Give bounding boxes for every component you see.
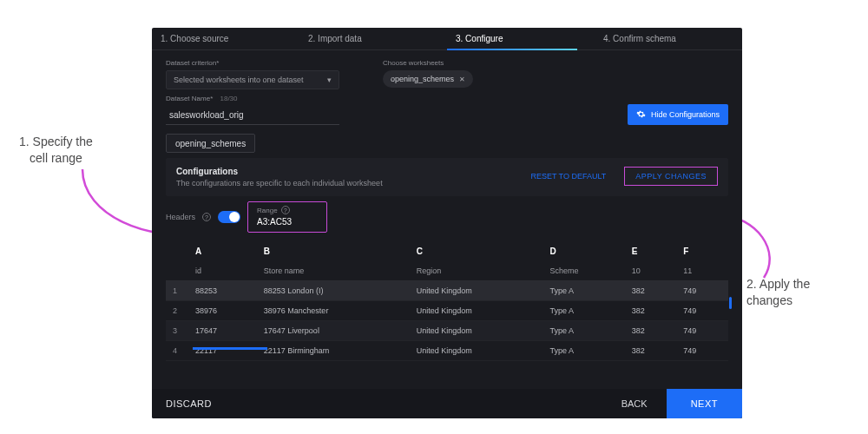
gear-icon xyxy=(636,109,646,121)
range-label: Range xyxy=(257,207,278,214)
selection-highlight xyxy=(193,347,267,350)
back-button[interactable]: BACK xyxy=(602,398,667,409)
step-import-data[interactable]: 2. Import data xyxy=(299,28,447,49)
scrollbar-thumb[interactable] xyxy=(729,297,732,309)
reset-to-default-button[interactable]: RESET TO DEFAULT xyxy=(521,167,615,186)
step-confirm-schema[interactable]: 4. Confirm schema xyxy=(595,28,742,49)
config-title: Configurations xyxy=(176,167,383,176)
step-configure[interactable]: 3. Configure xyxy=(447,28,595,49)
discard-button[interactable]: DISCARD xyxy=(166,398,212,409)
name-char-count: 18/30 xyxy=(220,95,237,102)
name-label: Dataset Name* 18/30 xyxy=(166,95,339,102)
wizard-footer: DISCARD BACK NEXT xyxy=(152,389,742,418)
headers-label: Headers xyxy=(166,213,195,221)
column-letter-row: ABC DEF xyxy=(166,241,728,261)
dataset-name-field: Dataset Name* 18/30 xyxy=(166,95,339,125)
step-choose-source[interactable]: 1. Choose source xyxy=(152,28,299,49)
import-wizard-panel: 1. Choose source 2. Import data 3. Confi… xyxy=(152,28,742,418)
worksheet-chip[interactable]: opening_schemes ✕ xyxy=(383,70,473,88)
dataset-criterion-field: Dataset criterion* Selected worksheets i… xyxy=(166,59,339,89)
headers-toggle[interactable] xyxy=(218,211,240,223)
worksheets-label: Choose worksheets xyxy=(383,59,473,67)
help-icon[interactable]: ? xyxy=(202,213,211,221)
stepper: 1. Choose source 2. Import data 3. Confi… xyxy=(152,28,742,50)
chevron-down-icon: ▾ xyxy=(327,76,332,84)
table-row[interactable]: 23897638976 ManchesterUnited KingdomType… xyxy=(166,301,728,321)
preview-table: ABC DEF idStore nameRegion Scheme1011 18… xyxy=(166,241,728,361)
worksheet-tab[interactable]: opening_schemes xyxy=(166,134,255,153)
next-button[interactable]: NEXT xyxy=(667,389,742,418)
choose-worksheets-field: Choose worksheets opening_schemes ✕ xyxy=(383,59,473,89)
hide-configurations-button[interactable]: Hide Configurations xyxy=(628,104,728,125)
table-row[interactable]: 42211722117 BirminghamUnited KingdomType… xyxy=(166,341,728,361)
help-icon[interactable]: ? xyxy=(281,206,290,214)
criterion-label: Dataset criterion* xyxy=(166,59,339,67)
config-subtitle: The configurations are specific to each … xyxy=(176,179,383,187)
apply-changes-button[interactable]: APPLY CHANGES xyxy=(624,167,718,186)
header-row: idStore nameRegion Scheme1011 xyxy=(166,261,728,281)
dataset-name-input[interactable] xyxy=(166,106,339,125)
close-icon[interactable]: ✕ xyxy=(459,76,465,83)
table-row[interactable]: 18825388253 London (I)United KingdomType… xyxy=(166,281,728,301)
range-field: Range ? xyxy=(247,201,327,233)
table-row[interactable]: 31764717647 LiverpoolUnited KingdomType … xyxy=(166,321,728,341)
configurations-section: Configurations The configurations are sp… xyxy=(166,158,728,196)
config-controls: Headers ? Range ? xyxy=(166,201,728,233)
annotation-1: 1. Specify the cell range xyxy=(19,134,93,167)
criterion-select[interactable]: Selected worksheets into one dataset ▾ xyxy=(166,70,339,89)
range-input[interactable] xyxy=(257,217,318,227)
